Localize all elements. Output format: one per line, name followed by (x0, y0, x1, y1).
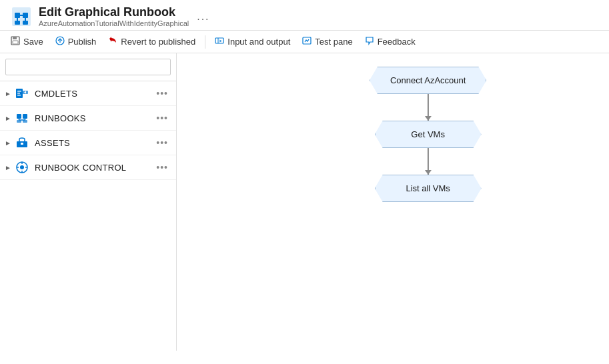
publish-button[interactable]: Publish (50, 33, 102, 50)
runbooks-label: RUNBOOKS (35, 113, 153, 123)
svg-rect-29 (21, 143, 23, 145)
page-title: Edit Graphical Runbook (39, 5, 189, 19)
flow-node-listvms[interactable]: List all VMs (375, 175, 482, 202)
header-icon (11, 6, 32, 27)
feedback-label: Feedback (378, 37, 416, 47)
assets-icon (15, 135, 29, 150)
svg-point-31 (20, 165, 24, 169)
flow-diagram: Connect AzAccount Get VMs List all VMs (370, 67, 486, 202)
input-output-icon (215, 36, 224, 47)
svg-rect-17 (17, 91, 21, 92)
search-input[interactable] (5, 59, 171, 75)
header-text-group: Edit Graphical Runbook AzureAutomationTu… (39, 5, 189, 27)
main-layout: ► CMDLETS ••• ► (0, 53, 609, 351)
sidebar-item-runbook-control[interactable]: ► RUNBOOK CONTROL ••• (0, 155, 176, 180)
svg-rect-21 (17, 114, 21, 119)
cmdlets-icon (15, 86, 29, 101)
toolbar: Save Publish Revert to published (0, 31, 609, 53)
svg-rect-22 (23, 114, 27, 119)
test-pane-icon (302, 36, 312, 47)
revert-icon (108, 36, 117, 47)
sidebar-search-area (0, 53, 176, 81)
runbook-control-more-button[interactable]: ••• (153, 161, 171, 174)
publish-label: Publish (68, 37, 97, 47)
flow-node-listvms-label: List all VMs (406, 183, 450, 193)
sidebar-item-assets[interactable]: ► ASSETS ••• (0, 131, 176, 155)
input-output-label: Input and output (227, 37, 290, 47)
svg-rect-7 (23, 21, 28, 25)
test-pane-label: Test pane (315, 37, 352, 47)
page-subtitle: AzureAutomationTutorialWithIdentityGraph… (39, 19, 189, 27)
revert-button[interactable]: Revert to published (103, 33, 201, 50)
svg-rect-9 (13, 37, 17, 39)
cmdlets-more-button[interactable]: ••• (153, 87, 171, 100)
input-output-button[interactable]: Input and output (209, 33, 295, 50)
svg-rect-19 (17, 95, 21, 96)
flow-node-connect[interactable]: Connect AzAccount (370, 67, 486, 94)
runbooks-more-button[interactable]: ••• (153, 111, 171, 125)
svg-rect-10 (13, 41, 18, 44)
runbook-control-chevron-icon: ► (3, 162, 13, 173)
header-more-button[interactable]: ... (197, 11, 209, 23)
sidebar: ► CMDLETS ••• ► (0, 53, 177, 351)
flow-node-connect-label: Connect AzAccount (390, 75, 466, 85)
cmdlets-chevron-icon: ► (3, 88, 13, 99)
sidebar-item-runbooks[interactable]: ► RUNBOOKS ••• (0, 106, 176, 131)
flow-arrow-1 (428, 94, 429, 121)
feedback-button[interactable]: Feedback (360, 33, 421, 50)
svg-rect-6 (15, 21, 20, 25)
flow-node-getvms[interactable]: Get VMs (375, 121, 482, 148)
assets-chevron-icon: ► (3, 137, 13, 148)
revert-label: Revert to published (121, 37, 195, 47)
canvas[interactable]: Connect AzAccount Get VMs List all VMs (177, 53, 609, 351)
svg-rect-2 (23, 13, 28, 18)
save-label: Save (23, 37, 43, 47)
svg-rect-18 (17, 93, 20, 94)
runbooks-icon (15, 111, 29, 125)
runbooks-chevron-icon: ► (3, 113, 13, 123)
svg-rect-1 (15, 13, 20, 18)
feedback-icon (365, 36, 374, 47)
toolbar-separator-1 (205, 35, 205, 49)
assets-label: ASSETS (35, 138, 153, 148)
save-button[interactable]: Save (5, 33, 49, 50)
assets-more-button[interactable]: ••• (153, 136, 171, 149)
flow-arrow-2 (428, 148, 429, 175)
runbook-control-label: RUNBOOK CONTROL (35, 163, 153, 173)
publish-icon (55, 36, 65, 47)
test-pane-button[interactable]: Test pane (297, 33, 358, 50)
sidebar-item-cmdlets[interactable]: ► CMDLETS ••• (0, 81, 176, 106)
save-icon (11, 36, 20, 47)
page-header: Edit Graphical Runbook AzureAutomationTu… (0, 0, 609, 31)
runbook-control-icon (15, 160, 29, 175)
flow-node-getvms-label: Get VMs (411, 129, 445, 139)
cmdlets-label: CMDLETS (35, 89, 153, 99)
svg-rect-13 (215, 38, 223, 43)
